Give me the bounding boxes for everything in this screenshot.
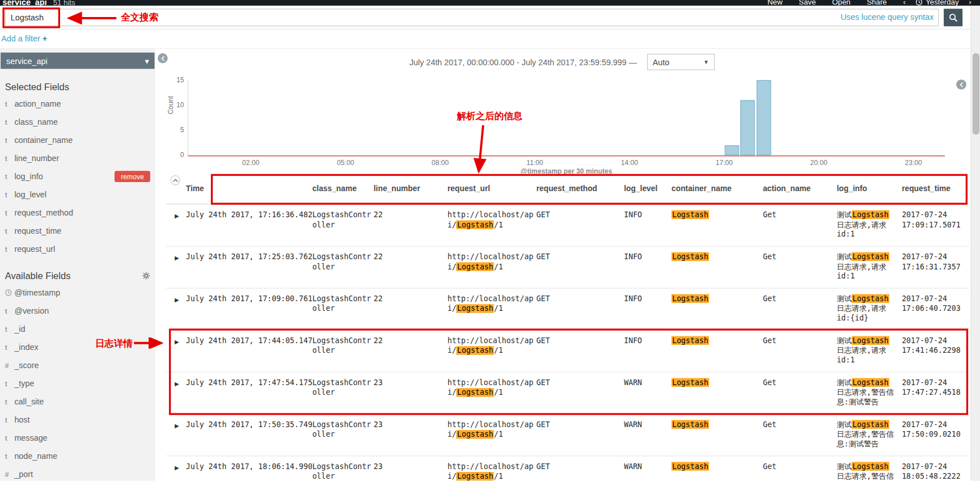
field-item-_type[interactable]: t_type: [0, 374, 155, 393]
field-item-message[interactable]: tmessage: [0, 429, 155, 447]
add-filter-link[interactable]: Add a filter +: [1, 34, 47, 44]
remove-field-button[interactable]: remove: [115, 171, 150, 182]
column-header-request_method[interactable]: request_method: [537, 184, 624, 192]
cell-line_number: 23: [374, 415, 447, 456]
selected-fields-title: Selected Fields: [5, 81, 150, 92]
histogram-bar-17:30[interactable]: [741, 100, 755, 155]
field-item-log_info[interactable]: tlog_inforemove: [0, 167, 155, 185]
column-header-log_level[interactable]: log_level: [624, 184, 671, 192]
filter-bar: Add a filter +: [0, 29, 980, 49]
cell-request_time: 2017-07-2417:47:27.4518: [902, 373, 969, 414]
highlighted-term: Logstash: [671, 210, 709, 219]
cell-request_method: GET: [537, 331, 624, 372]
histogram-bar-17:00[interactable]: [725, 145, 739, 155]
cell-container_name: Logstash: [671, 373, 763, 414]
column-header-line_number[interactable]: line_number: [374, 184, 447, 192]
collapse-right-icon[interactable]: [956, 79, 966, 90]
cell-container_name: Logstash: [671, 456, 763, 480]
timepicker-button[interactable]: Yesterday: [915, 0, 958, 6]
column-header-request_time[interactable]: request_time: [902, 184, 969, 192]
cell-line_number: 22: [374, 205, 447, 246]
y-axis-tick: 5: [159, 126, 184, 133]
highlighted-term: Logstash: [457, 304, 494, 313]
main-content: July 24th 2017, 00:00:00.000 - July 24th…: [155, 49, 969, 480]
field-item-class_name[interactable]: tclass_name: [0, 113, 155, 131]
column-header-time[interactable]: Time: [186, 184, 312, 192]
field-type-icon: t: [5, 379, 15, 387]
cell-request_url: http://localhost/api/Logstash/1: [447, 247, 537, 288]
search-icon: [948, 13, 958, 23]
scrollbar-thumb[interactable]: [973, 53, 979, 134]
field-item-_index[interactable]: t_index: [0, 338, 155, 356]
expand-row-icon[interactable]: ▶: [166, 415, 185, 456]
menu-save[interactable]: Save: [799, 0, 816, 6]
menu-new[interactable]: New: [767, 0, 783, 6]
field-item-request_time[interactable]: trequest_time: [0, 222, 155, 240]
field-item-line_number[interactable]: tline_number: [0, 149, 155, 167]
lucene-syntax-link[interactable]: Uses lucene query syntax: [840, 12, 933, 22]
column-header-class_name[interactable]: class_name: [312, 184, 374, 192]
time-prev-arrow[interactable]: ‹: [903, 0, 905, 6]
column-header-log_info[interactable]: log_info: [837, 184, 902, 192]
cell-request_method: GET: [537, 247, 624, 288]
app-title: service_api: [2, 0, 47, 6]
field-name: log_level: [14, 189, 47, 199]
index-pattern-selector[interactable]: service_api ▾: [1, 53, 154, 69]
cell-request_time: 2017-07-2417:16:31.7357: [902, 247, 969, 288]
highlighted-term: Logstash: [457, 262, 494, 271]
expand-row-icon[interactable]: ▶: [166, 247, 185, 288]
field-item-request_method[interactable]: trequest_method: [0, 204, 155, 222]
index-pattern-label: service_api: [6, 56, 48, 66]
field-item-request_url[interactable]: trequest_url: [0, 240, 155, 258]
cell-action_name: Get: [763, 289, 837, 330]
time-next-arrow[interactable]: ›: [969, 0, 971, 6]
cell-log_info: 测试Logstash日志请求,请求id:1: [837, 331, 902, 372]
expand-row-icon[interactable]: ▶: [166, 456, 185, 480]
cell-action_name: Get: [763, 331, 837, 372]
field-item-node_name[interactable]: tnode_name: [0, 447, 155, 465]
field-item-@version[interactable]: t@version: [0, 302, 155, 320]
menu-open[interactable]: Open: [832, 0, 850, 6]
field-item-_port[interactable]: #_port: [0, 465, 155, 481]
field-item-call_site[interactable]: tcall_site: [0, 393, 155, 411]
histogram: [188, 80, 945, 155]
cell-line_number: 22: [374, 331, 447, 372]
field-type-icon: t: [5, 118, 15, 125]
column-header-action_name[interactable]: action_name: [763, 184, 837, 192]
field-type-icon: t: [5, 416, 15, 423]
gear-icon[interactable]: [142, 272, 150, 280]
histogram-bar-18:00[interactable]: [757, 80, 771, 155]
cell-time: July 24th 2017, 17:50:35.749: [186, 415, 312, 456]
expand-row-icon[interactable]: ▶: [166, 373, 185, 414]
field-item-_score[interactable]: #_score: [0, 356, 155, 374]
field-item-@timestamp[interactable]: @timestamp: [0, 284, 155, 302]
search-input[interactable]: [5, 9, 939, 26]
search-button[interactable]: [944, 9, 962, 26]
field-item-host[interactable]: thost: [0, 411, 155, 429]
expand-row-icon[interactable]: ▶: [166, 289, 185, 330]
menu-share[interactable]: Share: [867, 0, 886, 6]
field-item-_id[interactable]: t_id: [0, 320, 155, 338]
cell-container_name: Logstash: [671, 331, 763, 372]
expand-row-icon[interactable]: ▶: [166, 331, 185, 372]
expand-row-icon[interactable]: ▶: [166, 205, 185, 246]
cell-action_name: Get: [763, 247, 837, 288]
field-item-container_name[interactable]: tcontainer_name: [0, 131, 155, 149]
column-header-request_url[interactable]: request_url: [447, 184, 537, 192]
x-axis-tick: 11:00: [519, 159, 550, 166]
cell-request_time: 2017-07-2418:05:48.2222: [902, 456, 969, 480]
collapse-sidebar-icon[interactable]: [158, 53, 168, 64]
field-type-icon: t: [5, 325, 15, 332]
cell-request_method: GET: [537, 205, 624, 246]
cell-line_number: 23: [374, 456, 447, 480]
cell-request_url: http://localhost/api/Logstash/1: [447, 456, 537, 480]
field-type-icon: t: [5, 191, 15, 198]
interval-select[interactable]: Auto ▼: [647, 54, 715, 70]
field-type-icon: t: [5, 100, 15, 107]
field-item-log_level[interactable]: tlog_level: [0, 185, 155, 204]
column-header-container_name[interactable]: container_name: [671, 184, 763, 192]
field-item-action_name[interactable]: taction_name: [0, 95, 155, 113]
collapse-histogram-icon[interactable]: [170, 175, 180, 185]
vertical-scrollbar[interactable]: [971, 6, 980, 481]
cell-class_name: LogstashController: [312, 205, 374, 246]
